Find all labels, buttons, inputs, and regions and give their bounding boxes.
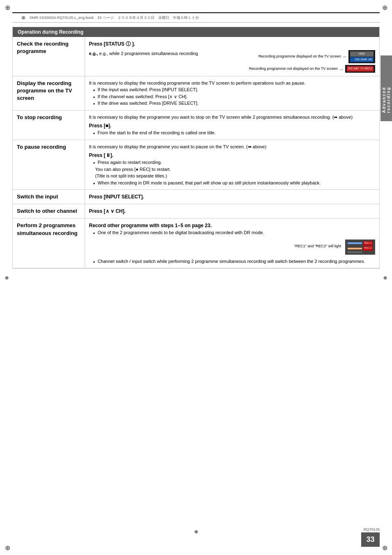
page-footer: RQT9135 33 <box>361 527 380 547</box>
table-row: To pause recording It is necessary to di… <box>13 140 379 190</box>
indent-text: You can also press [● REC] to restart. <box>95 166 376 173</box>
row-label: Switch the input <box>13 190 85 204</box>
bullet-item: Channel switch / input switch while perf… <box>93 258 376 265</box>
row-content: It is necessary to display the programme… <box>85 110 379 140</box>
row-label: Display the recording programme on the T… <box>13 76 85 110</box>
row-label: To stop recording <box>13 110 85 140</box>
bullet-item: When the recording in DR mode is paused,… <box>93 180 376 187</box>
row-label: Perform 2 programmes simultaneous record… <box>13 219 85 268</box>
section-header: Operation during Recording <box>13 27 379 37</box>
adv-rec-tab: Advanced recording <box>380 55 392 121</box>
bullet-item: If the channel was switched: Press [∧ ∨ … <box>93 93 376 100</box>
bullet-item: If the drive was switched: Press [DRIVE … <box>93 100 376 107</box>
press-instruction: Press [∧ ∨ CH]. <box>89 207 376 215</box>
tv-label-1: Recording programme displayed on the TV … <box>249 54 341 60</box>
rec-note: "REC1" and "REC2" will light <box>294 244 341 249</box>
bullet-item: One of the 2 programmes needs to be digi… <box>93 229 376 236</box>
row-content: Press [∧ ∨ CH]. <box>85 204 379 219</box>
rec-display-area: "REC1" and "REC2" will light REC1 REC2 <box>89 240 376 255</box>
indent-text: (Title is not split into separate titles… <box>95 173 376 180</box>
table-row: Perform 2 programmes simultaneous record… <box>13 219 379 268</box>
reg-mark-tl: ⊕ <box>3 3 12 12</box>
row-main-text: It is necessary to display the recording… <box>89 80 376 87</box>
reg-mark-br: ⊕ <box>380 543 389 552</box>
center-mark-right: ⊕ <box>383 275 387 280</box>
table-row: To stop recording It is necessary to dis… <box>13 110 379 140</box>
row-content: It is necessary to display the programme… <box>85 140 379 190</box>
press-instruction: Press [■]. <box>89 122 376 129</box>
tv-screen-hdd: HDD 090 NINE HD <box>348 50 375 63</box>
tv-display-section: Recording programme displayed on the TV … <box>249 50 375 73</box>
bullet-item: If the input was switched: Press [INPUT … <box>93 86 376 93</box>
press-instruction: Press [⏸]. <box>89 152 376 159</box>
eg-text: e.g., e.g., while 2 programmes simultane… <box>89 50 198 57</box>
table-row: Switch to other channel Press [∧ ∨ CH]. <box>13 204 379 219</box>
table-row: Switch the input Press [INPUT SELECT]. <box>13 190 379 204</box>
tv-screen-abc: 002 ABC TV REC2 <box>345 65 375 73</box>
row-content: It is necessary to display the recording… <box>85 76 379 110</box>
row-label: To pause recording <box>13 140 85 190</box>
tv-label-2: Recording programme not displayed on the… <box>249 66 338 72</box>
row-content: Press [INPUT SELECT]. <box>85 190 379 204</box>
row-content: Record other programme with steps 1–5 on… <box>85 219 379 268</box>
page-code: RQT9135 <box>364 527 380 532</box>
page-number: 33 <box>361 532 380 547</box>
crosshair-icon <box>21 15 26 21</box>
row-label: Check the recording programme <box>13 37 85 76</box>
row-label: Switch to other channel <box>13 204 85 219</box>
reg-mark-bl: ⊕ <box>3 543 12 552</box>
press-instruction: Record other programme with steps 1–5 on… <box>89 222 376 229</box>
table-row: Display the recording programme on the T… <box>13 76 379 110</box>
file-info-bar: DMR-XS300GN-RQT9135-L_eng.book 33 ページ ２０… <box>12 12 380 23</box>
file-info-text: DMR-XS300GN-RQT9135-L_eng.book 33 ページ ２０… <box>30 15 199 21</box>
rec-screen-mock: REC1 REC2 <box>345 240 375 255</box>
content-table: Check the recording programme Press [STA… <box>13 37 379 268</box>
row-content: Press [STATUS ⓘ ]. e.g., e.g., while 2 p… <box>85 37 379 76</box>
bullet-item: Press again to restart recording. <box>93 159 376 166</box>
press-instruction: Press [STATUS ⓘ ]. <box>89 40 376 48</box>
reg-mark-tr: ⊕ <box>380 3 389 12</box>
center-mark-left: ⊕ <box>5 275 9 280</box>
table-row: Check the recording programme Press [STA… <box>13 37 379 76</box>
press-instruction: Press [INPUT SELECT]. <box>89 193 376 200</box>
row-main-text: It is necessary to display the programme… <box>89 143 376 150</box>
center-mark-bottom: ⊕ <box>194 529 198 534</box>
main-content: Operation during Recording Check the rec… <box>12 27 380 269</box>
bullet-item: From the start to the end of the recordi… <box>93 129 376 136</box>
row-main-text: It is necessary to display the programme… <box>89 114 376 121</box>
